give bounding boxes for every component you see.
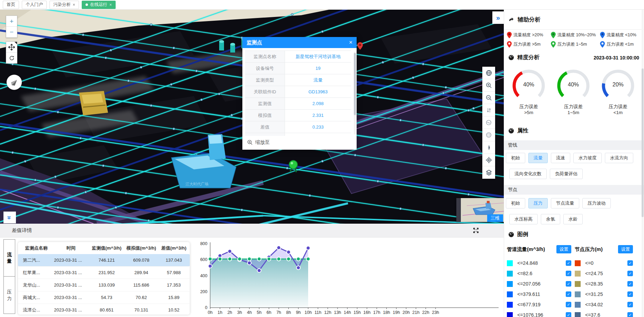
node-button-压力[interactable]: 压力 [528,198,548,208]
legend-checkbox[interactable]: ✓ [627,291,633,297]
locate-icon [485,157,492,164]
tab-online-running[interactable]: 在线运行× [82,1,116,9]
popup-row: 模拟值 2.331 [245,110,351,121]
minus-icon: − [10,29,14,35]
attributes-header: 属性 [504,127,644,134]
table-header-cell: 差值(m^3/h) [159,245,189,251]
legend-checkbox[interactable]: ✓ [566,291,571,297]
popup-scrollbar-thumb[interactable] [354,53,356,115]
tab-flow[interactable]: 流量 [3,239,15,277]
gauge-range: <1m [596,110,640,115]
svg-text:17h: 17h [373,310,381,315]
north-compass-button[interactable] [482,141,495,154]
table-row[interactable]: 第二汽...2023-03-31 ...746.121609.078137.04… [18,254,190,267]
legend-item: <=82.6 ✓ [507,268,575,279]
legend-checkbox[interactable]: ✓ [566,281,571,287]
legend-checkbox[interactable]: ✓ [566,312,571,317]
legend-label: <=28.35 [585,281,603,287]
zoom-out-tool-button[interactable] [482,92,495,104]
tab-home[interactable]: 首页 [3,1,19,9]
pin-icon [600,32,605,38]
table-cell: 231.952 [89,270,124,275]
table-cell: 609.078 [124,258,159,263]
pipe-button-水流方向[interactable]: 水流方向 [605,153,633,163]
rotate-tool-button[interactable] [6,53,17,63]
fullscreen-button[interactable] [473,227,479,233]
popup-scrollbar[interactable] [354,52,356,134]
legend-checkbox[interactable]: ✓ [627,312,633,317]
tab-pollution-analysis[interactable]: 污染分析× [50,1,79,9]
legend-checkbox[interactable]: ✓ [566,302,571,307]
legend-settings-button[interactable]: 设置 [556,245,571,253]
zoom-in-tool-button[interactable] [482,79,495,92]
svg-text:1h: 1h [217,310,222,315]
sidebar-scrollbar-thumb[interactable] [642,68,644,217]
legend-column-title: 节点压力(m) [575,246,603,253]
tab-portal[interactable]: 个人门户 [22,1,47,9]
node-button-压力波动[interactable]: 压力波动 [582,198,611,208]
earth-view-button[interactable] [482,67,495,79]
table-row[interactable]: 商城大...2023-03-31 ...54.7370.6215.89 [18,291,190,304]
minimap[interactable]: 三维 [456,198,504,222]
compass-button[interactable] [7,75,22,90]
legend-checkbox[interactable]: ✓ [627,260,633,266]
bottom-panel-collapse-button[interactable]: » [3,212,16,223]
node-button-余氯[interactable]: 余氯 [541,214,560,224]
table-row[interactable]: 流潭公...2023-03-31 ...80.65170.13110.52 [18,304,190,315]
zoom-to-button[interactable]: 缩放至 [245,136,354,149]
pipe-button-初始[interactable]: 初始 [506,153,525,163]
map-canvas[interactable]: 江大时代广场 + − » » [0,10,504,224]
svg-text:4h: 4h [247,310,252,315]
pipe-button-流速[interactable]: 流速 [551,153,570,163]
table-row[interactable]: 龙华山...2023-03-31 ...133.039115.68617.353 [18,279,190,291]
map-zoom-in-button[interactable]: + [6,16,17,27]
color-swatch [507,271,513,277]
close-icon[interactable]: × [109,2,112,7]
legend-checkbox[interactable]: ✓ [627,271,633,276]
legend-item: <=37.6 ✓ [575,310,636,317]
gauge-value: 40% [552,82,595,88]
layers-button[interactable] [482,166,495,179]
popup-header: 监测点 × [242,37,357,48]
node-button-水龄[interactable]: 水龄 [563,214,583,224]
tab-label: 污染分析 [53,2,71,8]
measure-area-button[interactable] [482,116,495,129]
legend-item: <=1076.196 ✓ [507,310,575,317]
table-row[interactable]: 红苹果...2023-03-31 ...231.952289.9457.988 [18,267,190,279]
sidebar-collapse-button[interactable]: » [492,11,504,24]
pin-icon [551,32,556,38]
map-toolbar [482,67,495,179]
pipe-button-水力坡度[interactable]: 水力坡度 [573,153,602,163]
pipe-button-流向变化次数[interactable]: 流向变化次数 [509,169,547,179]
map-zoom-out-button[interactable]: − [6,27,17,37]
accuracy-legend-item: 流量精度 >20% [507,32,551,38]
table-header-cell: 模拟值(m^3/h) [124,245,159,251]
node-button-节点流量[interactable]: 节点流量 [551,198,579,208]
ring-select-button[interactable] [482,129,495,141]
close-icon[interactable]: × [349,39,352,46]
gauge-icon [508,55,514,60]
svg-text:10h: 10h [305,310,312,315]
swap-view-button[interactable] [482,104,495,116]
pan-tool-button[interactable] [6,42,17,53]
legend-checkbox[interactable]: ✓ [566,271,571,276]
pipe-button-负荷量评估[interactable]: 负荷量评估 [550,169,583,179]
legend-checkbox[interactable]: ✓ [566,260,571,266]
tab-pressure[interactable]: 压力 [3,277,15,314]
pipe-button-流量[interactable]: 流量 [528,153,548,163]
map-area-label: 江大时代广场 [186,181,208,187]
node-button-初始[interactable]: 初始 [506,198,525,208]
color-swatch [507,312,513,317]
popup-row: 更新时间 2023-03-31 10:00:00 [245,133,351,136]
minimap-3d-badge[interactable]: 三维 [487,214,503,222]
diff-detail-panel: 差值详情 流量 压力 监测点名称时间监测值(m^3/h)模拟值(m^3/h)差值… [0,224,504,317]
svg-text:0h: 0h [208,310,213,315]
sidebar-scrollbar[interactable] [642,10,644,317]
legend-checkbox[interactable]: ✓ [627,302,633,307]
locate-button[interactable] [482,154,495,166]
legend-checkbox[interactable]: ✓ [627,281,633,287]
measure-icon [485,119,492,126]
legend-settings-button[interactable]: 设置 [618,245,633,253]
node-button-水压标高[interactable]: 水压标高 [509,214,538,224]
close-icon[interactable]: × [73,2,75,7]
